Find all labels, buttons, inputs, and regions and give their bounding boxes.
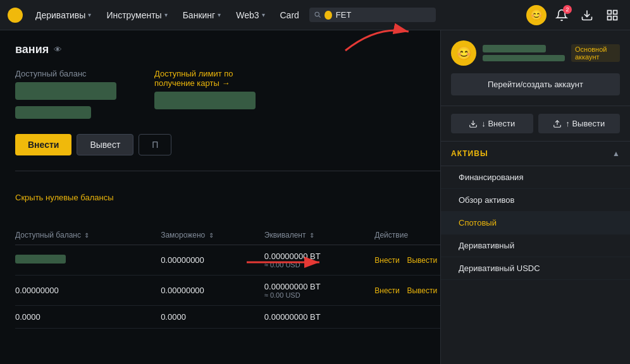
user-email-blurred bbox=[483, 55, 565, 61]
cell-balance: 0.00000000 bbox=[15, 276, 161, 306]
limit-label[interactable]: Доступный лимит по получение карты → bbox=[154, 69, 256, 88]
action-deposit[interactable]: Внести bbox=[374, 286, 400, 295]
svg-rect-4 bbox=[614, 10, 617, 14]
deposit-withdraw-row: ↓ Внести ↑ Вывести bbox=[441, 106, 630, 142]
user-dropdown-panel: 😊 Основной аккаунт Перейти/создать аккау… bbox=[440, 30, 630, 364]
svg-rect-3 bbox=[608, 10, 612, 14]
create-account-button[interactable]: Перейти/создать аккаунт bbox=[451, 73, 620, 95]
logo-icon[interactable] bbox=[8, 8, 23, 23]
more-button[interactable]: П bbox=[139, 134, 171, 155]
available-balance-value bbox=[15, 82, 116, 100]
sidebar-item-spot[interactable]: Спотовый bbox=[441, 212, 630, 234]
download-icon bbox=[581, 9, 593, 21]
cell-balance bbox=[15, 245, 161, 276]
cell-frozen: 0.0000 bbox=[161, 306, 264, 329]
available-balance-label: Доступный баланс bbox=[15, 69, 116, 78]
top-navigation: Деривативы ▾ Инструменты ▾ Банкинг ▾ Web… bbox=[0, 0, 630, 30]
notification-badge: 2 bbox=[563, 5, 572, 14]
user-name-blurred bbox=[483, 45, 546, 52]
svg-line-1 bbox=[319, 16, 321, 18]
limit-arrow: → bbox=[221, 78, 230, 88]
fet-coin-icon bbox=[324, 11, 331, 20]
main-content: вания 👁 Доступный баланс Доступный лимит… bbox=[0, 30, 630, 364]
chevron-down-icon: ▾ bbox=[164, 11, 168, 18]
nav-derivatives[interactable]: Деривативы ▾ bbox=[28, 0, 99, 30]
chevron-down-icon: ▾ bbox=[262, 11, 265, 18]
withdraw-button[interactable]: Вывест bbox=[77, 134, 133, 155]
notifications-btn[interactable]: 2 bbox=[552, 5, 572, 25]
eye-icon[interactable]: 👁 bbox=[54, 45, 62, 54]
search-icon bbox=[314, 11, 321, 19]
deposit-btn[interactable]: ↓ Внести bbox=[451, 114, 533, 133]
col-header-balance[interactable]: Доступный баланс ⇕ bbox=[15, 226, 161, 245]
nav-instruments[interactable]: Инструменты ▾ bbox=[99, 0, 175, 30]
cell-frozen: 0.00000000 bbox=[161, 276, 264, 306]
assets-title: АКТИВЫ bbox=[451, 149, 488, 158]
nav-banking[interactable]: Банкинг ▾ bbox=[175, 0, 229, 30]
sidebar-item-derivatives[interactable]: Деривативный bbox=[441, 234, 630, 257]
avatar: 😊 bbox=[451, 40, 476, 66]
deposit-button[interactable]: Внести bbox=[15, 134, 71, 155]
assets-header: АКТИВЫ ▲ bbox=[441, 142, 630, 166]
search-bar[interactable] bbox=[309, 8, 436, 22]
available-balance-sub bbox=[15, 106, 91, 119]
search-input[interactable] bbox=[336, 10, 431, 20]
col-header-equiv[interactable]: Эквивалент ⇕ bbox=[264, 226, 374, 245]
svg-point-0 bbox=[315, 12, 319, 16]
cell-equiv: 0.00000000 BT ≈ 0.00 USD bbox=[264, 276, 374, 306]
svg-rect-5 bbox=[608, 16, 612, 20]
download-btn[interactable] bbox=[577, 5, 597, 25]
hide-zero-link[interactable]: Скрыть нулевые балансы bbox=[15, 193, 114, 202]
chevron-down-icon: ▾ bbox=[88, 11, 91, 18]
action-withdraw[interactable]: Вывести bbox=[407, 256, 437, 265]
nav-right-actions: 😊 2 bbox=[526, 5, 622, 25]
sidebar-item-funding[interactable]: Финансирования bbox=[441, 166, 630, 189]
col-header-frozen[interactable]: Заморожено ⇕ bbox=[161, 226, 264, 245]
withdraw-btn[interactable]: ↑ Вывести bbox=[538, 114, 621, 133]
limit-value bbox=[154, 92, 256, 109]
grid-icon bbox=[606, 9, 619, 21]
cell-equiv: 0.00000000 BT bbox=[264, 306, 374, 329]
avatar: 😊 bbox=[526, 5, 547, 25]
svg-rect-6 bbox=[614, 16, 617, 20]
deposit-icon bbox=[469, 119, 478, 128]
limit-col: Доступный лимит по получение карты → bbox=[154, 69, 256, 109]
sidebar-item-overview[interactable]: Обзор активов bbox=[441, 189, 630, 212]
action-deposit[interactable]: Внести bbox=[374, 256, 400, 265]
available-balance-col: Доступный баланс bbox=[15, 69, 116, 119]
sidebar-item-derivatives-usdc[interactable]: Деривативный USDC bbox=[441, 257, 630, 280]
withdraw-icon bbox=[553, 119, 562, 128]
cell-balance: 0.0000 bbox=[15, 306, 161, 329]
action-withdraw[interactable]: Вывести bbox=[407, 286, 437, 295]
chevron-up-icon[interactable]: ▲ bbox=[612, 149, 620, 158]
user-info bbox=[483, 45, 565, 61]
assets-section: АКТИВЫ ▲ Финансирования Обзор активов Сп… bbox=[441, 142, 630, 364]
nav-card[interactable]: Card bbox=[273, 0, 307, 30]
page-title: вания bbox=[15, 43, 49, 56]
cell-frozen: 0.00000000 bbox=[161, 245, 264, 276]
user-row: 😊 Основной аккаунт bbox=[451, 40, 620, 66]
user-header: 😊 Основной аккаунт Перейти/создать аккау… bbox=[441, 30, 630, 106]
cell-equiv: 0.00000000 BT ≈ 0.00 USD bbox=[264, 245, 374, 276]
nav-web3[interactable]: Web3 ▾ bbox=[228, 0, 272, 30]
chevron-down-icon: ▾ bbox=[218, 11, 221, 18]
user-avatar-btn[interactable]: 😊 bbox=[526, 5, 547, 25]
account-type-badge: Основной аккаунт bbox=[571, 44, 620, 62]
settings-btn[interactable] bbox=[602, 5, 622, 25]
